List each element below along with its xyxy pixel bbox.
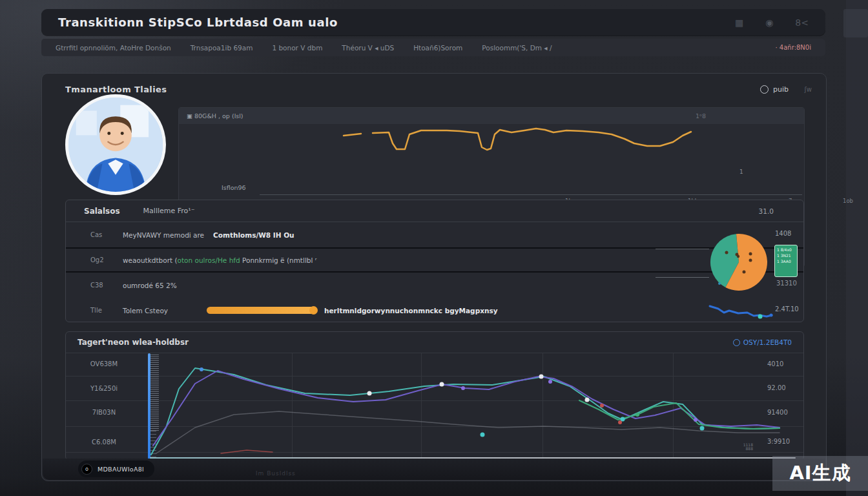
nav-item-3[interactable]: 1 bonor V dbm [272,44,322,52]
nav-item-4[interactable]: Théoru V ◂ uDS [342,44,394,52]
pie-legend-box: 1 8/4x0 1 3N21 1 3AA0 [774,245,798,277]
row-value-3: 31310 [776,280,797,287]
table-title: Salalsos [84,207,120,216]
nav-item-2[interactable]: Trnsapoa1ib 69am [191,44,253,52]
pie-chart [708,231,770,293]
nav-alert-text: · 4añr:8N0i [776,44,811,51]
y-axis-label-3: 7IB03N [75,409,133,416]
pie-chart-svg [708,231,770,293]
footer-circle-icon: o [81,464,92,475]
row-text-bold: Comthloms/W8 IH Ou [213,231,294,239]
nav-item-6[interactable]: Posloomm('S, Dm ◂ / [482,44,552,52]
pie-legend-entry: 1 3AA0 [777,260,795,264]
app-title: Transkitionn StipSCo Lbrtdasd Oam ualo [58,16,338,29]
top-chart-strip-value: 1ᵒ8 [696,112,706,119]
footer-faint-text: lm Busldlss [256,470,296,477]
bottom-chart-title: Tagert'neon wlea-holdbsr [78,338,189,347]
row-text: Tolem Csteoy [123,307,168,315]
row-green-text: oton oulros/He hfd [178,256,240,264]
refresh-icon [760,85,769,94]
pie-pointer-line [656,277,709,278]
pie-pointer-line [656,249,709,249]
row-key: Cas [90,231,123,238]
avatar-illustration [68,98,163,192]
bottom-chart-section: Tagert'neon wlea-holdbsr OSY/1.2EB4T0 OV… [65,331,804,460]
x-tick-4: 1ob [843,198,853,204]
y-axis-label-4: C6.08M [75,439,133,446]
profile-icon[interactable]: 8< [795,17,809,28]
bottom-multi-line-chart [150,353,796,460]
main-nav: Gtrrfitl opnnoliöm, AtoHre Donšon Trnsap… [41,39,825,56]
row-key: Tlle [90,307,123,314]
app-header: Transkitionn StipSCo Lbrtdasd Oam ualo ▦… [41,9,825,36]
row-text: weaoutkdtbort (oton oulros/He hfd Ponnkr… [123,256,316,264]
top-chart-side-value: 1 [739,169,743,175]
refresh-label: puib [773,85,789,94]
right-value-4: 3:9910 [767,438,790,445]
right-value-1: 4010 [767,360,783,367]
top-right-block [843,9,868,37]
row-value-4: 2.4T.10 [775,305,799,313]
bottom-chart-header: Tagert'neon wlea-holdbsr OSY/1.2EB4T0 [66,332,803,353]
refresh-control[interactable]: puib [760,85,789,94]
page-background: Transkitionn StipSCo Lbrtdasd Oam ualo ▦… [0,0,868,496]
ai-watermark: AI生成 [772,456,868,491]
nav-item-1[interactable]: Gtrrfitl opnnoliöm, AtoHre Donšon [56,44,171,52]
progress-pill [207,307,316,314]
top-chart-axis [260,194,802,195]
nav-item-5[interactable]: Htoañ6)Sorom [413,44,462,52]
main-panel: Tmanartloom Tlalies puib ʃᴡ [41,73,827,481]
right-value-3: 91400 [767,409,788,416]
table-row[interactable]: C38 oumrodé 65 2% [66,273,803,298]
top-chart-label: ▣ 80G&H , op (lsl) [187,112,243,119]
apps-icon[interactable]: ◉ [765,17,773,28]
table-row[interactable]: Tlle Tolem Csteoy herltmnldgorwynnuchonm… [66,298,803,323]
table-subtitle[interactable]: Mallleme Fro¹⁻ [143,207,195,215]
avatar [65,94,166,195]
pill-label: herltmnldgorwynnuchonmnckc bgyMagpxnsy [324,307,497,315]
page-right-strip [846,0,868,496]
top-chart-header: ▣ 80G&H , op (lsl) 1ᵒ8 [179,108,804,124]
pie-legend-entry: 1 3N21 [777,254,795,258]
header-icon-group: ▦ ◉ 8< [735,17,809,28]
mini-counter: 1118 888 [738,443,753,451]
footer-pill-button[interactable]: o MDBAUWIoA8l [78,460,154,477]
panel-title: Tmanartloom Tlalies [65,85,167,94]
y-axis-label-2: Y1&250i [75,385,133,392]
table-row[interactable]: Cas MeyNVAWY memodi are Comthloms/W8 IH … [66,222,803,247]
notification-icon[interactable]: ▦ [735,17,743,28]
table-header-value: 31.0 [759,207,774,215]
footer-pill-label: MDBAUWIoA8l [98,466,144,473]
bottom-chart-link[interactable]: OSY/1.2EB4T0 [733,338,792,346]
right-value-2: 92.00 [767,384,786,391]
aux-settings-icon[interactable]: ʃᴡ [804,86,812,93]
row-text: oumrodé 65 2% [123,282,177,289]
table-header: Salalsos Mallleme Fro¹⁻ 31.0 [66,200,803,222]
table-row[interactable]: Og2 weaoutkdtbort (oton oulros/He hfd Po… [66,247,803,273]
pie-legend-entry: 1 8/4x0 [777,248,795,252]
sparkline-svg [708,302,773,320]
y-axis-label-1: OV638M [75,360,133,367]
row-text: MeyNVAWY memodi are [123,231,204,239]
top-line-chart [179,124,805,164]
row-key: C38 [90,282,123,289]
row-key: Og2 [90,256,123,264]
sparkline [708,302,773,320]
stats-table: Salalsos Mallleme Fro¹⁻ 31.0 Cas MeyNVAW… [65,200,804,322]
link-circle-icon [733,339,740,346]
row-value-1: 1408 [775,230,791,237]
top-chart-legend-1[interactable]: Isflon96 [222,184,246,191]
panel-footer: o MDBAUWIoA8l lm Busldlss [43,459,825,480]
